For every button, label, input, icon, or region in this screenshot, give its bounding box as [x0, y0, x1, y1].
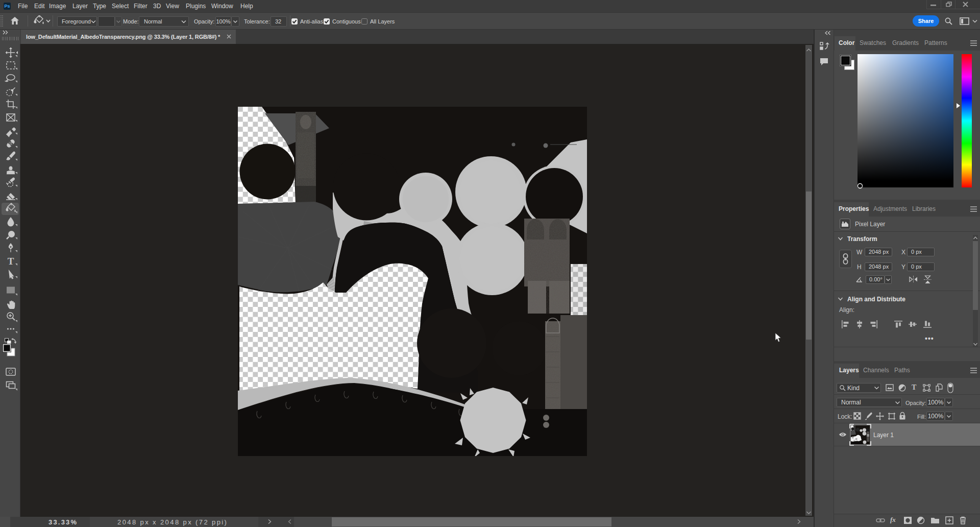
svg-text:T: T [8, 256, 14, 267]
